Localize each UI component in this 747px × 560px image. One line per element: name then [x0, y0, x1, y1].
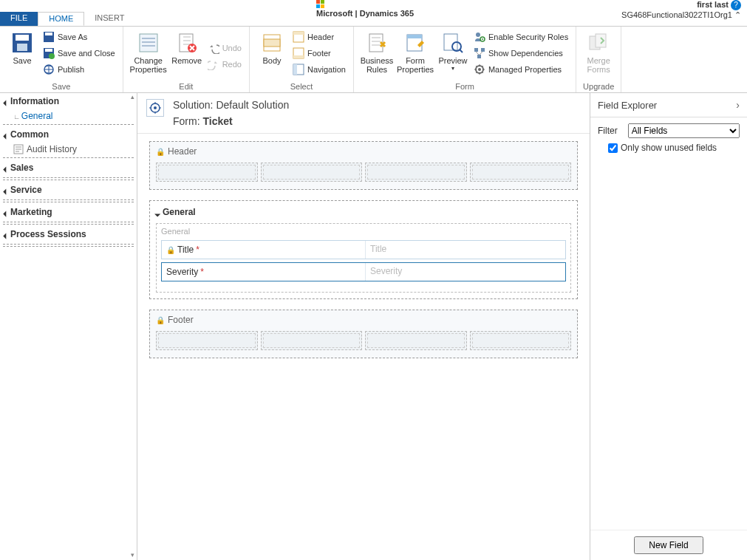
nav-general-link[interactable]: ∟General — [0, 109, 137, 123]
managed-properties-label: Managed Properties — [488, 65, 562, 74]
field-row-severity[interactable]: Severity* Severity — [161, 262, 566, 281]
brand: Microsoft | Dynamics 365 — [316, 0, 414, 18]
change-properties-label: Change Properties — [130, 56, 167, 74]
filter-label: Filter — [598, 126, 618, 136]
footer-col-4[interactable] — [470, 331, 572, 350]
managed-properties-button[interactable]: Managed Properties — [471, 62, 571, 77]
header-label: Header — [307, 33, 334, 41]
svg-line-32 — [460, 49, 463, 52]
form-tab-general[interactable]: General General 🔒Title* Title Severity* … — [149, 200, 578, 299]
nav-scroll-down[interactable]: ▾ — [128, 551, 137, 560]
save-close-label: Save and Close — [58, 49, 115, 58]
solution-label: Solution: — [173, 99, 216, 111]
ribbon-group-edit: Change Properties Remove Undo Redo Edit — [123, 27, 250, 92]
remove-label: Remove — [171, 56, 202, 65]
nav-process-head[interactable]: Process Sessions — [0, 226, 137, 242]
undo-button[interactable]: Undo — [205, 41, 245, 55]
nav-common-head[interactable]: Common — [0, 126, 137, 143]
user-org: SG468Functional3022TI1Org1 — [621, 10, 732, 19]
save-as-label: Save As — [58, 33, 87, 41]
svg-rect-6 — [17, 44, 27, 51]
footer-col-2[interactable] — [261, 331, 363, 350]
redo-icon — [208, 58, 219, 70]
publish-button[interactable]: Publish — [40, 62, 118, 77]
business-rules-button[interactable]: Business Rules — [358, 30, 395, 82]
nav-general-label: General — [21, 111, 53, 121]
tab-general-label[interactable]: General — [153, 204, 574, 220]
merge-forms-button[interactable]: Merge Forms — [581, 30, 616, 82]
microsoft-logo-icon — [316, 0, 325, 9]
preview-dropdown-icon: ▾ — [451, 65, 454, 72]
security-roles-icon — [474, 31, 485, 43]
publish-icon — [43, 64, 55, 75]
section-general-label: General — [158, 225, 569, 237]
footer-col-1[interactable] — [156, 331, 258, 350]
remove-button[interactable]: Remove — [169, 30, 205, 82]
svg-rect-20 — [264, 39, 280, 47]
ribbon-group-save-label: Save — [4, 82, 118, 92]
svg-rect-3 — [321, 4, 324, 8]
preview-icon — [441, 31, 465, 55]
nav-audit-history[interactable]: Audit History — [0, 143, 137, 156]
field-row-title[interactable]: 🔒Title* Title — [161, 240, 566, 259]
tab-file[interactable]: FILE — [0, 12, 38, 26]
header-icon — [293, 31, 304, 43]
security-roles-button[interactable]: Enable Security Roles — [471, 30, 571, 44]
footer-icon — [293, 47, 304, 59]
tab-insert[interactable]: INSERT — [84, 12, 134, 26]
lock-icon: 🔒 — [166, 246, 175, 254]
filter-select[interactable]: All Fields — [628, 123, 740, 138]
security-roles-label: Enable Security Roles — [488, 33, 568, 41]
only-unused-input[interactable] — [608, 143, 618, 153]
header-col-4[interactable] — [470, 163, 572, 182]
form-header-zone[interactable]: 🔒Header — [149, 141, 578, 190]
new-field-button[interactable]: New Field — [634, 536, 703, 554]
navigation-label: Navigation — [307, 65, 346, 74]
nav-information-head[interactable]: Information — [0, 93, 137, 109]
org-chevron-icon[interactable]: ⌃ — [734, 10, 741, 19]
redo-button[interactable]: Redo — [205, 57, 245, 72]
navigation-button[interactable]: Navigation — [290, 62, 349, 77]
save-as-button[interactable]: Save As — [40, 30, 118, 44]
save-button[interactable]: Save — [4, 30, 40, 82]
footer-col-3[interactable] — [365, 331, 467, 350]
form-properties-button[interactable]: Form Properties — [395, 30, 435, 82]
ribbon-group-select: Body Header Footer Navigation Select — [250, 27, 354, 92]
nav-service-head[interactable]: Service — [0, 182, 137, 198]
change-properties-button[interactable]: Change Properties — [128, 30, 169, 82]
save-button-label: Save — [13, 56, 31, 65]
nav-audit-label: Audit History — [27, 144, 77, 154]
preview-button[interactable]: Preview ▾ — [435, 30, 471, 82]
save-icon — [10, 31, 34, 55]
user-info: first last ? SG468Functional3022TI1Org1 … — [621, 0, 741, 20]
svg-rect-22 — [293, 32, 304, 35]
collapse-panel-icon[interactable]: › — [736, 99, 740, 111]
tab-home[interactable]: HOME — [38, 12, 84, 26]
canvas-header: Solution: Default Solution Form: Ticket — [137, 93, 590, 134]
form-footer-zone[interactable]: 🔒Footer — [149, 310, 578, 358]
svg-rect-8 — [45, 33, 52, 35]
body-button[interactable]: Body — [254, 30, 290, 82]
nav-scroll-up[interactable]: ▴ — [128, 93, 137, 102]
ribbon-group-upgrade: Merge Forms Upgrade — [576, 27, 621, 92]
header-col-1[interactable] — [156, 163, 258, 182]
header-col-3[interactable] — [365, 163, 467, 182]
show-dependencies-button[interactable]: Show Dependencies — [471, 46, 571, 61]
field-severity-label: Severity — [166, 267, 198, 277]
navigation-icon — [293, 64, 304, 75]
help-icon[interactable]: ? — [731, 0, 741, 10]
only-unused-label: Only show unused fields — [621, 143, 717, 153]
publish-label: Publish — [58, 65, 84, 74]
save-close-button[interactable]: Save and Close — [40, 46, 118, 61]
header-col-2[interactable] — [261, 163, 363, 182]
header-button[interactable]: Header — [290, 30, 349, 44]
only-unused-checkbox[interactable]: Only show unused fields — [598, 143, 740, 153]
section-general[interactable]: General 🔒Title* Title Severity* Severity — [156, 223, 571, 293]
nav-sales-head[interactable]: Sales — [0, 160, 137, 176]
footer-button[interactable]: Footer — [290, 46, 349, 61]
lock-icon: 🔒 — [156, 316, 165, 324]
svg-rect-29 — [407, 35, 422, 38]
nav-marketing-head[interactable]: Marketing — [0, 204, 137, 220]
form-name: Ticket — [202, 115, 232, 127]
brand-ms: Microsoft — [316, 9, 353, 18]
